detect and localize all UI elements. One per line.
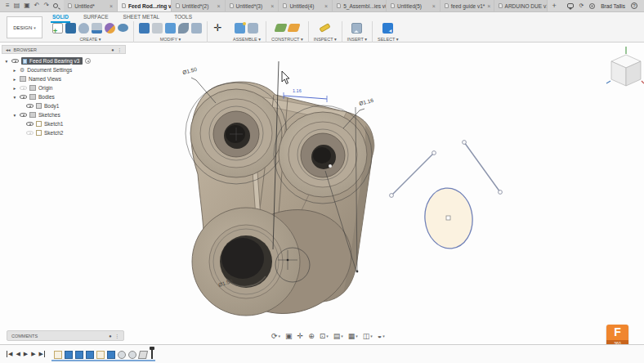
tab-close-icon[interactable]: ×: [432, 3, 436, 9]
tab-untitled-5[interactable]: Untitled(5)×: [387, 0, 441, 11]
timeline-feature-fillet-icon[interactable]: [128, 351, 136, 359]
timeline-feature-extrude-icon[interactable]: [65, 351, 73, 359]
feedback-icon[interactable]: [567, 3, 574, 8]
app-menu-icon[interactable]: ≡: [6, 2, 10, 9]
tree-item-named-views[interactable]: ▸ Named Views: [2, 74, 126, 83]
timeline-feature-extrude-icon[interactable]: [86, 351, 94, 359]
tab-close-icon[interactable]: ×: [217, 3, 221, 9]
tab-arduino-due[interactable]: ARDUINO DUE v1*×: [494, 0, 548, 11]
timeline-track[interactable]: [51, 347, 155, 361]
insert-menu[interactable]: INSERT ▾: [347, 37, 367, 42]
tree-root-document[interactable]: ▾ Feed Rod Bearing v3: [2, 56, 126, 65]
look-at-icon[interactable]: ▣: [285, 332, 293, 340]
torus-icon[interactable]: [105, 23, 115, 34]
coil-icon[interactable]: [118, 24, 128, 32]
comments-bar[interactable]: COMMENTS ● ⋮: [7, 330, 124, 341]
kebab-menu-icon[interactable]: ⋮: [115, 334, 120, 338]
visibility-eye-icon[interactable]: [26, 131, 34, 135]
viewports-icon[interactable]: ◫▾: [363, 332, 373, 340]
create-menu[interactable]: CREATE ▾: [79, 37, 101, 42]
orbit-icon[interactable]: ⟳▾: [271, 332, 280, 340]
grid-snaps-icon[interactable]: ▦▾: [348, 332, 358, 340]
tab-untitled-1[interactable]: Untitled*×: [64, 0, 118, 11]
tree-item-sketch2[interactable]: Sketch2: [2, 128, 126, 137]
go-to-end-icon[interactable]: ▶: [39, 351, 45, 357]
select-icon[interactable]: [382, 23, 393, 34]
timeline-position-marker[interactable]: [151, 347, 153, 359]
undo-icon[interactable]: ↶: [34, 2, 40, 9]
tree-item-origin[interactable]: ▸ Origin: [2, 83, 126, 92]
visibility-eye-icon[interactable]: [20, 95, 27, 99]
timeline-feature-extrude-icon[interactable]: [75, 351, 83, 359]
user-name[interactable]: Brad Tallis: [601, 3, 625, 9]
press-pull-icon[interactable]: [139, 23, 150, 34]
job-status-icon[interactable]: [589, 3, 595, 9]
timeline-feature-fillet-icon[interactable]: [118, 351, 126, 359]
twisty-icon[interactable]: ▾: [12, 113, 17, 118]
insert-canvas-icon[interactable]: [351, 23, 362, 34]
help-icon[interactable]: ?: [631, 2, 637, 9]
tab-assembly[interactable]: 5_Assembl...ies v6*×: [333, 0, 387, 11]
play-icon[interactable]: ▶: [24, 351, 28, 357]
visibility-eye-icon[interactable]: [11, 59, 19, 63]
tab-untitled-4[interactable]: Untitled(4)×: [279, 0, 333, 11]
ground-icon[interactable]: [85, 58, 91, 64]
fit-icon[interactable]: ⊡▾: [320, 332, 329, 340]
model-body[interactable]: Ø1.50: [186, 82, 374, 329]
measure-icon[interactable]: [320, 23, 331, 33]
tab-close-icon[interactable]: ×: [110, 3, 113, 9]
select-menu[interactable]: SELECT ▾: [378, 37, 399, 42]
inspect-menu[interactable]: INSPECT ▾: [314, 37, 337, 42]
offset-face-icon[interactable]: [191, 23, 202, 34]
joint-icon[interactable]: [248, 23, 258, 34]
step-back-icon[interactable]: ◀: [16, 351, 20, 357]
workspace-selector[interactable]: DESIGN ▾: [7, 16, 42, 38]
timeline-feature-form-icon[interactable]: [138, 351, 148, 359]
go-to-start-icon[interactable]: ◀: [7, 351, 12, 357]
view-cube[interactable]: [606, 47, 644, 86]
tab-close-icon[interactable]: ×: [487, 3, 490, 9]
assemble-menu[interactable]: ASSEMBLE ▾: [233, 37, 261, 42]
timeline-feature-sketch-icon[interactable]: [96, 351, 105, 359]
search-icon[interactable]: [53, 3, 58, 8]
move-icon[interactable]: ✛: [212, 23, 223, 34]
pan-icon[interactable]: ✛: [297, 332, 304, 340]
sphere-icon[interactable]: [92, 23, 102, 34]
tab-close-icon[interactable]: ×: [324, 3, 328, 9]
sync-icon[interactable]: ⟳: [579, 2, 584, 9]
offset-plane-icon[interactable]: [274, 24, 287, 32]
combine-icon[interactable]: [178, 23, 189, 34]
cylinder-icon[interactable]: [78, 23, 89, 34]
tab-untitled-2[interactable]: Untitled*(2)×: [172, 0, 226, 11]
save-icon[interactable]: ▣: [24, 2, 30, 9]
step-forward-icon[interactable]: ▶: [31, 351, 35, 357]
twisty-icon[interactable]: ▾: [12, 95, 17, 100]
shell-icon[interactable]: [165, 23, 176, 34]
tree-item-document-settings[interactable]: ▸ ⚙ Document Settings: [2, 65, 126, 74]
tab-close-icon[interactable]: ×: [271, 3, 274, 9]
tab-feed-guide[interactable]: feed guide v1*×: [441, 0, 494, 11]
visibility-eye-icon[interactable]: [26, 122, 34, 126]
browser-header[interactable]: ◂◂ BROWSER ● ⋮: [2, 45, 126, 54]
visibility-eye-icon[interactable]: [20, 86, 27, 90]
collapse-icon[interactable]: ◂◂: [6, 47, 11, 52]
create-sketch-icon[interactable]: [52, 23, 63, 34]
new-component-icon[interactable]: [235, 23, 245, 34]
tab-untitled-3[interactable]: Untitled*(3)×: [226, 0, 280, 11]
viewport-canvas[interactable]: Ø1.50: [0, 43, 644, 344]
new-tab-button[interactable]: +: [548, 0, 560, 11]
visibility-eye-icon[interactable]: [20, 113, 27, 117]
zoom-icon[interactable]: ⊕: [308, 332, 315, 340]
file-icon[interactable]: ▤: [14, 2, 20, 9]
timeline-feature-extrude-icon[interactable]: [107, 351, 115, 359]
modify-menu[interactable]: MODIFY ▾: [160, 37, 181, 42]
tab-feed-rod-bearing[interactable]: Feed Rod...ring v3*×: [118, 0, 172, 11]
redo-icon[interactable]: ↷: [44, 2, 50, 9]
visibility-eye-icon[interactable]: [26, 104, 34, 108]
visual-style-icon[interactable]: ◒▾: [378, 332, 385, 340]
box-icon[interactable]: [65, 23, 76, 34]
construct-menu[interactable]: CONSTRUCT ▾: [271, 37, 303, 42]
angle-plane-icon[interactable]: [287, 24, 300, 32]
timeline-feature-sketch-icon[interactable]: [54, 351, 62, 359]
tree-item-sketch1[interactable]: Sketch1: [2, 119, 126, 128]
